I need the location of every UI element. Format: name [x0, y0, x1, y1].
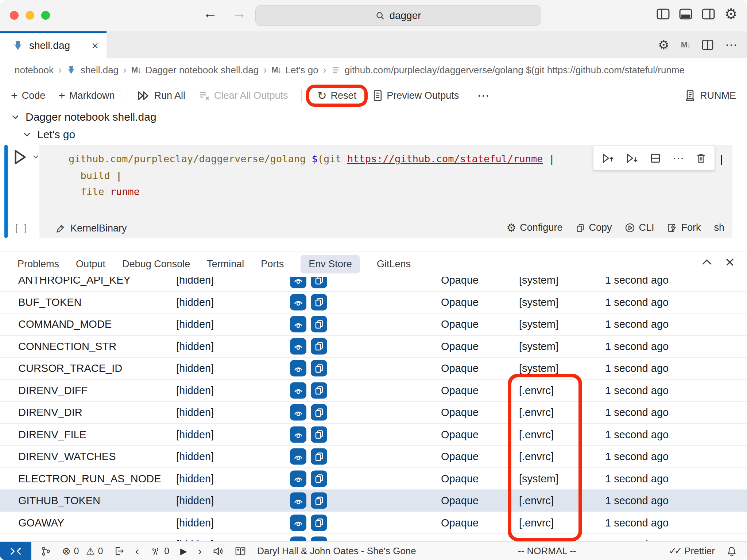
reveal-value-button[interactable]	[290, 537, 306, 541]
split-editor-icon[interactable]	[702, 39, 713, 50]
toggle-secondary-sidebar-icon[interactable]	[702, 8, 715, 20]
panel-tab-ports[interactable]: Ports	[261, 258, 284, 270]
broadcast-indicator[interactable]: 0	[150, 546, 169, 556]
problems-indicator[interactable]: ⊗ 0 ⚠ 0	[62, 545, 103, 557]
env-var-row[interactable]: HOME [hidden] Opaque [system] 1 second a…	[0, 534, 747, 541]
split-cell-icon[interactable]	[650, 153, 661, 163]
maximize-panel-chevron-icon[interactable]	[702, 259, 712, 265]
copy-value-button[interactable]	[311, 294, 327, 310]
reveal-value-button[interactable]	[290, 493, 306, 509]
breadcrumb-file[interactable]: shell.dag	[81, 65, 119, 76]
minimize-window-button[interactable]	[26, 11, 34, 20]
play-icon[interactable]: ▶	[180, 546, 187, 556]
panel-tab-problems[interactable]: Problems	[18, 258, 59, 270]
navigate-forward-button[interactable]: →	[232, 6, 247, 20]
chevron-down-icon[interactable]	[11, 113, 20, 121]
more-actions-icon[interactable]: ⋯	[725, 38, 738, 52]
run-cell-button[interactable]	[12, 149, 28, 166]
session-exit-icon[interactable]	[114, 546, 124, 556]
notebook-heading-2[interactable]: Let's go	[23, 128, 75, 141]
env-var-row[interactable]: DIRENV_DIR [hidden] Opaque [.envrc] 1 se…	[0, 402, 747, 424]
markdown-kernel-icon[interactable]: M↓	[681, 40, 690, 50]
run-cells-above-icon[interactable]	[602, 153, 614, 163]
cli-button[interactable]: CLI	[625, 222, 654, 233]
chevron-right-icon[interactable]: ›	[198, 544, 202, 558]
close-window-button[interactable]	[10, 11, 19, 20]
now-playing-label[interactable]: Daryl Hall & John Oates - She's Gone	[257, 545, 416, 557]
copy-value-button[interactable]	[311, 382, 327, 398]
copy-value-button[interactable]	[311, 426, 327, 443]
copy-value-button[interactable]	[311, 493, 327, 509]
reveal-value-button[interactable]	[290, 470, 306, 487]
env-var-row[interactable]: ELECTRON_RUN_AS_NODE [hidden] Opaque [sy…	[0, 468, 747, 490]
env-var-row[interactable]: BUF_TOKEN [hidden] Opaque [system] 1 sec…	[0, 292, 747, 314]
panel-tab-gitlens[interactable]: GitLens	[377, 258, 411, 270]
copy-value-button[interactable]	[311, 470, 327, 487]
reveal-value-button[interactable]	[290, 338, 306, 354]
copy-value-button[interactable]	[311, 277, 327, 288]
env-var-row[interactable]: DIRENV_DIFF [hidden] Opaque [.envrc] 1 s…	[0, 380, 747, 402]
copy-value-button[interactable]	[311, 360, 327, 377]
reveal-value-button[interactable]	[290, 316, 306, 332]
copy-value-button[interactable]	[311, 448, 327, 465]
env-var-row[interactable]: GOAWAY [hidden] Opaque [.envrc] 1 second…	[0, 512, 747, 534]
run-all-button[interactable]: Run All	[138, 90, 185, 101]
command-center-search[interactable]: dagger	[255, 5, 541, 26]
run-cells-below-icon[interactable]	[626, 153, 638, 163]
env-var-row[interactable]: CURSOR_TRACE_ID [hidden] Opaque [system]…	[0, 358, 747, 380]
speaker-icon[interactable]	[213, 547, 224, 556]
reveal-value-button[interactable]	[290, 426, 306, 443]
reveal-value-button[interactable]	[290, 294, 306, 310]
breadcrumb-folder[interactable]: notebook	[15, 65, 54, 76]
reset-session-button[interactable]: ↻ Reset	[317, 90, 357, 101]
toolbar-more-actions-icon[interactable]: ⋯	[477, 88, 489, 103]
settings-gear-icon[interactable]: ⚙	[724, 7, 738, 20]
copy-value-button[interactable]	[311, 316, 327, 332]
tab-shell-dag[interactable]: shell.dag ×	[0, 31, 107, 58]
breadcrumb-cell[interactable]: github.com/purpleclay/daggerverse/golang…	[345, 65, 685, 76]
cell-more-actions-icon[interactable]: ⋯	[673, 151, 684, 165]
copy-value-button[interactable]	[311, 514, 327, 531]
env-var-row[interactable]: CONNECTION_STR [hidden] Opaque [system] …	[0, 336, 747, 358]
close-panel-icon[interactable]	[725, 257, 735, 267]
reveal-value-button[interactable]	[290, 277, 306, 288]
delete-cell-icon[interactable]	[696, 153, 706, 164]
add-markdown-cell-button[interactable]: + Markdown	[58, 89, 115, 102]
remote-indicator[interactable]	[0, 542, 31, 560]
env-var-row[interactable]: DIRENV_FILE [hidden] Opaque [.envrc] 1 s…	[0, 424, 747, 446]
toggle-sidebar-icon[interactable]	[657, 8, 670, 20]
vim-mode-indicator[interactable]: -- NORMAL --	[518, 542, 576, 560]
notebook-heading-1[interactable]: Dagger notebook shell.dag	[11, 111, 156, 123]
env-var-row[interactable]: ANTHROPIC_API_KEY [hidden] Opaque [syste…	[0, 277, 747, 292]
copy-value-button[interactable]	[311, 404, 327, 421]
panel-tab-terminal[interactable]: Terminal	[207, 258, 244, 270]
notifications-bell-icon[interactable]	[727, 546, 737, 556]
runme-button[interactable]: RUNME	[684, 90, 736, 101]
clear-all-outputs-button[interactable]: Clear All Outputs	[198, 90, 288, 101]
book-icon[interactable]	[235, 546, 246, 556]
chevron-down-icon[interactable]	[23, 130, 31, 139]
notebook-settings-gear-icon[interactable]: ⚙	[658, 38, 669, 51]
panel-tab-output[interactable]: Output	[76, 258, 105, 270]
fork-button[interactable]: Fork	[667, 222, 701, 233]
zoom-window-button[interactable]	[41, 11, 50, 20]
breadcrumb-h2[interactable]: Let's go	[286, 65, 318, 76]
reveal-value-button[interactable]	[290, 514, 306, 531]
code-link[interactable]: https://github.com/stateful/runme	[347, 153, 543, 164]
run-options-chevron-icon[interactable]	[32, 153, 39, 160]
copy-value-button[interactable]	[311, 537, 327, 541]
reveal-value-button[interactable]	[290, 360, 306, 377]
toggle-panel-icon[interactable]	[679, 8, 692, 20]
copy-value-button[interactable]	[311, 338, 327, 354]
reveal-value-button[interactable]	[290, 448, 306, 465]
reveal-value-button[interactable]	[290, 382, 306, 398]
navigate-back-button[interactable]: ←	[203, 6, 217, 20]
add-code-cell-button[interactable]: + Code	[11, 89, 45, 102]
prettier-status[interactable]: ✓✓ Prettier	[669, 545, 715, 557]
preview-outputs-button[interactable]: Preview Outputs	[373, 90, 459, 101]
copy-cell-button[interactable]: Copy	[576, 222, 612, 233]
cell-code-editor[interactable]: github.com/purpleclay/daggerverse/golang…	[39, 145, 732, 238]
git-graph-icon[interactable]	[41, 546, 51, 556]
configure-button[interactable]: ⚙ Configure	[506, 221, 562, 234]
chevron-left-icon[interactable]: ‹	[135, 544, 139, 558]
